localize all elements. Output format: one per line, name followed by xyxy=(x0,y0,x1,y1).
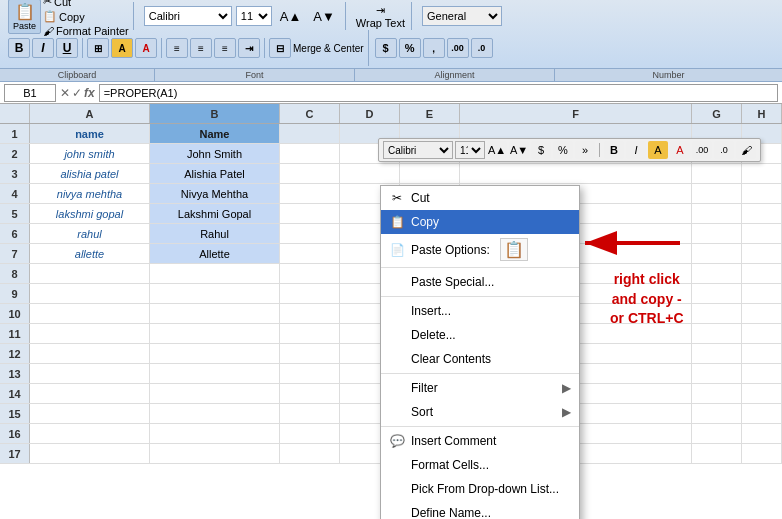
cell-b14[interactable] xyxy=(150,384,280,403)
context-menu-insert[interactable]: Insert... xyxy=(381,299,579,323)
cell-a3[interactable]: alishia patel xyxy=(30,164,150,183)
context-menu-copy[interactable]: 📋 Copy xyxy=(381,210,579,234)
cell-c12[interactable] xyxy=(280,344,340,363)
cell-a17[interactable] xyxy=(30,444,150,463)
cell-g8[interactable] xyxy=(692,264,742,283)
cell-g3[interactable] xyxy=(692,164,742,183)
cell-a9[interactable] xyxy=(30,284,150,303)
grow-font-button[interactable]: A▲ xyxy=(276,7,306,26)
shrink-font-button[interactable]: A▼ xyxy=(309,7,339,26)
cell-c7[interactable] xyxy=(280,244,340,263)
cell-h11[interactable] xyxy=(742,324,782,343)
mini-more-button[interactable]: » xyxy=(575,141,595,159)
cell-g12[interactable] xyxy=(692,344,742,363)
cell-a4[interactable]: nivya mehtha xyxy=(30,184,150,203)
mini-size-select[interactable]: 11 xyxy=(455,141,485,159)
mini-decimal-btn[interactable]: .00 xyxy=(692,141,712,159)
cell-h7[interactable] xyxy=(742,244,782,263)
cell-g6[interactable] xyxy=(692,224,742,243)
font-color-button[interactable]: A xyxy=(135,38,157,58)
cell-b17[interactable] xyxy=(150,444,280,463)
context-menu-format-cells[interactable]: Format Cells... xyxy=(381,453,579,477)
cell-b11[interactable] xyxy=(150,324,280,343)
mini-currency-button[interactable]: $ xyxy=(531,141,551,159)
formula-cancel-icon[interactable]: ✕ xyxy=(60,86,70,100)
cell-h12[interactable] xyxy=(742,344,782,363)
cell-h15[interactable] xyxy=(742,404,782,423)
cell-a15[interactable] xyxy=(30,404,150,423)
comma-button[interactable]: , xyxy=(423,38,445,58)
context-menu-insert-comment[interactable]: 💬 Insert Comment xyxy=(381,429,579,453)
col-header-b[interactable]: B xyxy=(150,104,280,123)
align-center-button[interactable]: ≡ xyxy=(190,38,212,58)
formula-fx-icon[interactable]: fx xyxy=(84,86,95,100)
cell-b7[interactable]: Allette xyxy=(150,244,280,263)
cell-c13[interactable] xyxy=(280,364,340,383)
cell-b3[interactable]: Alishia Patel xyxy=(150,164,280,183)
cell-b9[interactable] xyxy=(150,284,280,303)
decrease-decimal-button[interactable]: .0 xyxy=(471,38,493,58)
mini-decimal-less-btn[interactable]: .0 xyxy=(714,141,734,159)
cell-c16[interactable] xyxy=(280,424,340,443)
cell-c10[interactable] xyxy=(280,304,340,323)
cell-b12[interactable] xyxy=(150,344,280,363)
cell-a12[interactable] xyxy=(30,344,150,363)
cell-c15[interactable] xyxy=(280,404,340,423)
col-header-e[interactable]: E xyxy=(400,104,460,123)
mini-percent-button[interactable]: % xyxy=(553,141,573,159)
cell-h14[interactable] xyxy=(742,384,782,403)
copy-item[interactable]: 📋 Copy xyxy=(43,10,129,23)
wrap-text-button[interactable]: ⇥ Wrap Text xyxy=(356,4,405,29)
mini-fill-button[interactable]: A xyxy=(648,141,668,159)
align-left-button[interactable]: ≡ xyxy=(166,38,188,58)
percent-button[interactable]: % xyxy=(399,38,421,58)
cell-h9[interactable] xyxy=(742,284,782,303)
cell-g11[interactable] xyxy=(692,324,742,343)
cell-c14[interactable] xyxy=(280,384,340,403)
cell-a14[interactable] xyxy=(30,384,150,403)
borders-button[interactable]: ⊞ xyxy=(87,38,109,58)
context-menu-define-name[interactable]: Define Name... xyxy=(381,501,579,519)
col-header-d[interactable]: D xyxy=(340,104,400,123)
cell-b10[interactable] xyxy=(150,304,280,323)
mini-italic-button[interactable]: I xyxy=(626,141,646,159)
cell-h13[interactable] xyxy=(742,364,782,383)
cell-g14[interactable] xyxy=(692,384,742,403)
cell-b16[interactable] xyxy=(150,424,280,443)
cell-e3[interactable] xyxy=(400,164,460,183)
cell-g5[interactable] xyxy=(692,204,742,223)
mini-font-color-button[interactable]: A xyxy=(670,141,690,159)
cell-h4[interactable] xyxy=(742,184,782,203)
cell-c11[interactable] xyxy=(280,324,340,343)
cell-a6[interactable]: rahul xyxy=(30,224,150,243)
cell-h6[interactable] xyxy=(742,224,782,243)
cell-a2[interactable]: john smith xyxy=(30,144,150,163)
col-header-g[interactable]: G xyxy=(692,104,742,123)
cell-h10[interactable] xyxy=(742,304,782,323)
context-menu-clear[interactable]: Clear Contents xyxy=(381,347,579,371)
context-menu-delete[interactable]: Delete... xyxy=(381,323,579,347)
cell-h8[interactable] xyxy=(742,264,782,283)
formula-input[interactable] xyxy=(99,84,778,102)
cell-a16[interactable] xyxy=(30,424,150,443)
cell-b6[interactable]: Rahul xyxy=(150,224,280,243)
underline-button[interactable]: U xyxy=(56,38,78,58)
cell-a7[interactable]: allette xyxy=(30,244,150,263)
mini-font-select[interactable]: Calibri xyxy=(383,141,453,159)
col-header-a[interactable]: A xyxy=(30,104,150,123)
cell-c4[interactable] xyxy=(280,184,340,203)
cell-a13[interactable] xyxy=(30,364,150,383)
cell-f3[interactable] xyxy=(460,164,692,183)
mini-extra-btn[interactable]: 🖌 xyxy=(736,141,756,159)
mini-grow-font-button[interactable]: A▲ xyxy=(487,141,507,159)
cell-b4[interactable]: Nivya Mehtha xyxy=(150,184,280,203)
context-menu-sort[interactable]: Sort ▶ xyxy=(381,400,579,424)
cell-h17[interactable] xyxy=(742,444,782,463)
cell-c3[interactable] xyxy=(280,164,340,183)
context-menu-paste-options[interactable]: 📄 Paste Options: 📋 xyxy=(381,234,579,265)
cell-g17[interactable] xyxy=(692,444,742,463)
italic-button[interactable]: I xyxy=(32,38,54,58)
col-header-f[interactable]: F xyxy=(460,104,692,123)
cell-g16[interactable] xyxy=(692,424,742,443)
cell-d3[interactable] xyxy=(340,164,400,183)
